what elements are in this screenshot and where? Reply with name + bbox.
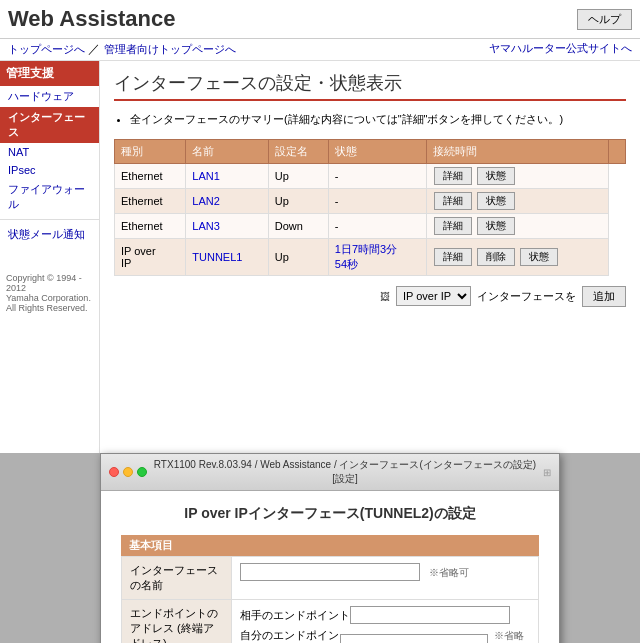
status-btn-lan3[interactable]: 状態: [477, 217, 515, 235]
form-row-ifname: インターフェースの名前 ※省略可: [122, 557, 539, 600]
row-name: TUNNEL1: [186, 238, 268, 275]
endpoint-self-input[interactable]: [340, 634, 488, 643]
lan2-link[interactable]: LAN2: [192, 195, 220, 207]
interface-table: 種別 名前 設定名 状態 接続時間 Ethernet LAN1 Up -: [114, 139, 626, 276]
interface-label: インターフェースを: [477, 289, 576, 304]
endpoint-peer-input[interactable]: [350, 606, 510, 624]
form-table: インターフェースの名前 ※省略可 エンドポイントのアドレス (終端アドレス) 相…: [121, 556, 539, 643]
row-status: Up: [268, 238, 328, 275]
maximize-icon[interactable]: [137, 467, 147, 477]
page-title: インターフェースの設定・状態表示: [114, 71, 626, 101]
ip-over-ip-icon: 🖼: [380, 291, 390, 302]
sidebar-item-hardware[interactable]: ハードウェア: [0, 86, 99, 107]
modal-content: IP over IPインターフェース(TUNNEL2)の設定 基本項目 インター…: [101, 491, 559, 643]
lan1-link[interactable]: LAN1: [192, 170, 220, 182]
sidebar-copyright: Copyright © 1994 - 2012Yamaha Corporatio…: [0, 265, 99, 321]
row-name: LAN1: [186, 163, 268, 188]
modal-title-bar-text: RTX1100 Rev.8.03.94 / Web Assistance / イ…: [153, 458, 537, 486]
endpoint-self-label: 自分のエンドポイント: [240, 628, 340, 643]
detail-btn-lan3[interactable]: 詳細: [434, 217, 472, 235]
row-name: LAN2: [186, 188, 268, 213]
table-row: Ethernet LAN1 Up - 詳細 状態: [115, 163, 626, 188]
col-time: 接続時間: [427, 139, 609, 163]
modal-window: RTX1100 Rev.8.03.94 / Web Assistance / イ…: [100, 453, 560, 643]
row-type: Ethernet: [115, 163, 186, 188]
row-name: LAN3: [186, 213, 268, 238]
col-status: 状態: [328, 139, 426, 163]
status-btn-tunnel1[interactable]: 状態: [520, 248, 558, 266]
row-type: Ethernet: [115, 213, 186, 238]
form-row-endpoint: エンドポイントのアドレス (終端アドレス) 相手のエンドポイント 自分のエンドポ…: [122, 600, 539, 644]
nav-yamaha-link[interactable]: ヤマハルーター公式サイトへ: [489, 42, 632, 54]
row-time: -: [328, 188, 426, 213]
close-icon[interactable]: [109, 467, 119, 477]
endpoint-value-cell: 相手のエンドポイント 自分のエンドポイント ※省略可: [232, 600, 539, 644]
detail-btn-lan2[interactable]: 詳細: [434, 192, 472, 210]
sidebar-divider: [0, 219, 99, 220]
ifname-label: インターフェースの名前: [122, 557, 232, 600]
ifname-input[interactable]: [240, 563, 420, 581]
nav-links-right: ヤマハルーター公式サイトへ: [489, 41, 632, 58]
nav-top-link[interactable]: トップページへ: [8, 43, 85, 55]
modal-page-title: IP over IPインターフェース(TUNNEL2)の設定: [121, 505, 539, 523]
lan3-link[interactable]: LAN3: [192, 220, 220, 232]
sidebar-item-ipsec[interactable]: IPsec: [0, 161, 99, 179]
sidebar-item-firewall[interactable]: ファイアウォール: [0, 179, 99, 215]
endpoint-self-hint: ※省略可: [494, 629, 530, 643]
row-status: Up: [268, 188, 328, 213]
help-button[interactable]: ヘルプ: [577, 9, 632, 30]
add-interface-button[interactable]: 追加: [582, 286, 626, 307]
delete-btn-tunnel1[interactable]: 削除: [477, 248, 515, 266]
row-time: 1日7時間3分54秒: [328, 238, 426, 275]
sidebar-item-nat[interactable]: NAT: [0, 143, 99, 161]
resize-icon[interactable]: ⊞: [543, 467, 551, 478]
add-interface-row: 🖼 IP over IP PPPoE インターフェースを 追加: [114, 286, 626, 307]
col-setting: 設定名: [268, 139, 328, 163]
ifname-hint: ※省略可: [429, 567, 469, 578]
minimize-icon[interactable]: [123, 467, 133, 477]
form-section-title: 基本項目: [121, 535, 539, 556]
interface-type-select[interactable]: IP over IP PPPoE: [396, 286, 471, 306]
sidebar-section-title: 管理支援: [0, 61, 99, 86]
row-actions: 詳細 状態: [427, 188, 609, 213]
traffic-lights: [109, 467, 147, 477]
detail-btn-lan1[interactable]: 詳細: [434, 167, 472, 185]
table-row: Ethernet LAN3 Down - 詳細 状態: [115, 213, 626, 238]
row-time: -: [328, 163, 426, 188]
sidebar: 管理支援 ハードウェア インターフェース NAT IPsec ファイアウォール …: [0, 61, 100, 461]
main-content: インターフェースの設定・状態表示 全インターフェースのサマリー(詳細な内容につい…: [100, 61, 640, 461]
modal-titlebar: RTX1100 Rev.8.03.94 / Web Assistance / イ…: [101, 454, 559, 491]
ifname-value-cell: ※省略可: [232, 557, 539, 600]
endpoint-label: エンドポイントのアドレス (終端アドレス): [122, 600, 232, 644]
sidebar-item-status-mail[interactable]: 状態メール通知: [0, 224, 99, 245]
row-actions: 詳細 状態: [427, 213, 609, 238]
nav-bar: トップページへ ／ 管理者向けトップページへ ヤマハルーター公式サイトへ: [0, 39, 640, 61]
table-row: Ethernet LAN2 Up - 詳細 状態: [115, 188, 626, 213]
row-status: Down: [268, 213, 328, 238]
table-row: IP overIP TUNNEL1 Up 1日7時間3分54秒 詳細 削除 状態: [115, 238, 626, 275]
row-actions: 詳細 削除 状態: [427, 238, 609, 275]
nav-admin-link[interactable]: 管理者向けトップページへ: [104, 43, 236, 55]
nav-links-left: トップページへ ／ 管理者向けトップページへ: [8, 41, 236, 58]
tunnel1-link[interactable]: TUNNEL1: [192, 251, 242, 263]
intro-text: 全インターフェースのサマリー(詳細な内容については"詳細"ボタンを押してください…: [130, 111, 626, 129]
status-btn-lan2[interactable]: 状態: [477, 192, 515, 210]
row-time: -: [328, 213, 426, 238]
endpoint-peer-label: 相手のエンドポイント: [240, 608, 350, 623]
app-title: Web Assistance: [8, 6, 176, 32]
col-type: 種別: [115, 139, 186, 163]
row-actions: 詳細 状態: [427, 163, 609, 188]
col-name: 名前: [186, 139, 268, 163]
col-actions: [608, 139, 625, 163]
detail-btn-tunnel1[interactable]: 詳細: [434, 248, 472, 266]
row-type: Ethernet: [115, 188, 186, 213]
status-btn-lan1[interactable]: 状態: [477, 167, 515, 185]
row-status: Up: [268, 163, 328, 188]
row-type: IP overIP: [115, 238, 186, 275]
sidebar-item-interface[interactable]: インターフェース: [0, 107, 99, 143]
